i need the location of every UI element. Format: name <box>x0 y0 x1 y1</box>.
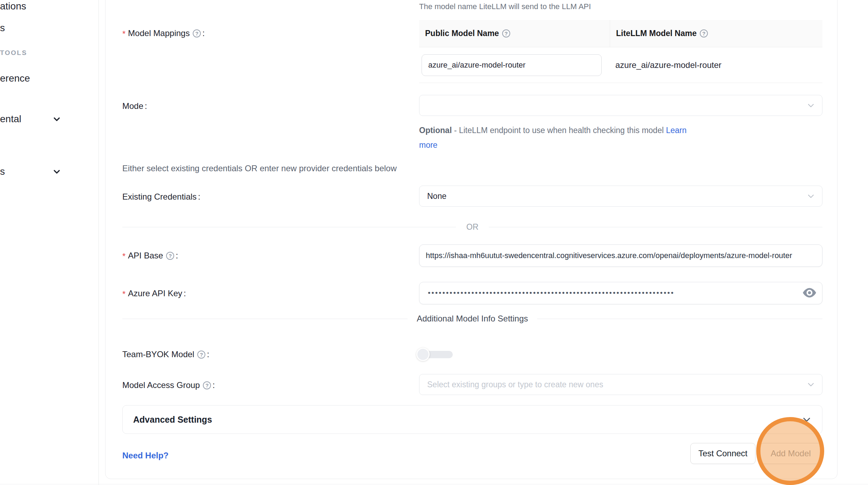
existing-credentials-select[interactable]: None <box>419 186 822 207</box>
add-model-button[interactable]: Add Model <box>760 443 822 464</box>
table-header-row: Public Model Name ? LiteLLM Model Name ? <box>419 20 822 47</box>
eye-icon <box>802 286 817 300</box>
table-row: azure_ai/azure-model-router <box>419 47 822 83</box>
api-base-input[interactable] <box>419 244 822 267</box>
team-byok-label: Team-BYOK Model ? : <box>122 349 209 360</box>
or-divider: OR <box>122 222 822 232</box>
required-asterisk: * <box>122 29 125 39</box>
required-asterisk: * <box>122 289 125 299</box>
public-model-name-input[interactable] <box>422 54 602 76</box>
azure-api-key-label: * Azure API Key : <box>122 288 186 299</box>
need-help-link[interactable]: Need Help? <box>122 451 169 460</box>
existing-credentials-label: Existing Credentials : <box>122 192 200 202</box>
info-icon[interactable]: ? <box>203 381 211 389</box>
model-access-group-placeholder: Select existing groups or type to create… <box>427 380 603 389</box>
model-access-group-label: Model Access Group ? : <box>122 380 215 390</box>
model-mappings-table: Public Model Name ? LiteLLM Model Name ?… <box>419 20 822 83</box>
additional-model-info-divider: Additional Model Info Settings <box>122 314 822 324</box>
existing-credentials-value: None <box>427 192 446 201</box>
add-model-form: The model name LiteLLM will send to the … <box>0 0 868 485</box>
chevron-down-icon <box>802 415 812 424</box>
api-base-label: * API Base ? : <box>122 250 178 261</box>
learn-more-link[interactable]: Learn <box>666 126 686 135</box>
litellm-model-name-value: azure_ai/azure-model-router <box>610 60 822 70</box>
credentials-note: Either select existing credentials OR en… <box>122 164 397 173</box>
info-icon[interactable]: ? <box>166 252 174 260</box>
required-asterisk: * <box>122 251 125 261</box>
model-mappings-label: * Model Mappings ? : <box>122 28 205 39</box>
chevron-down-icon <box>807 380 815 389</box>
table-header-litellm-model-name: LiteLLM Model Name ? <box>610 20 822 47</box>
additional-model-info-divider-text: Additional Model Info Settings <box>408 314 537 324</box>
test-connect-button[interactable]: Test Connect <box>690 443 756 464</box>
chevron-down-icon <box>807 192 815 200</box>
or-divider-text: OR <box>456 222 489 232</box>
learn-more-link[interactable]: more <box>419 140 437 150</box>
mode-helper-text: Optional - LiteLLM endpoint to use when … <box>419 123 686 152</box>
info-icon[interactable]: ? <box>193 29 201 37</box>
model-name-helper-text: The model name LiteLLM will send to the … <box>419 2 591 11</box>
info-icon[interactable]: ? <box>197 351 205 359</box>
model-access-group-select[interactable]: Select existing groups or type to create… <box>419 374 822 395</box>
advanced-settings-accordion[interactable]: Advanced Settings <box>122 405 822 434</box>
chevron-down-icon <box>807 101 815 110</box>
mode-label: Mode : <box>122 101 147 111</box>
mode-select[interactable] <box>419 95 822 116</box>
toggle-password-visibility-button[interactable] <box>800 285 819 301</box>
advanced-settings-title: Advanced Settings <box>133 415 212 425</box>
table-header-public-model-name: Public Model Name ? <box>419 20 610 47</box>
info-icon[interactable]: ? <box>502 29 510 37</box>
azure-api-key-input[interactable]: ••••••••••••••••••••••••••••••••••••••••… <box>419 282 822 304</box>
info-icon[interactable]: ? <box>700 29 708 37</box>
team-byok-toggle[interactable] <box>416 348 453 361</box>
toggle-knob <box>416 348 430 361</box>
masked-api-key-value: ••••••••••••••••••••••••••••••••••••••••… <box>428 289 675 297</box>
